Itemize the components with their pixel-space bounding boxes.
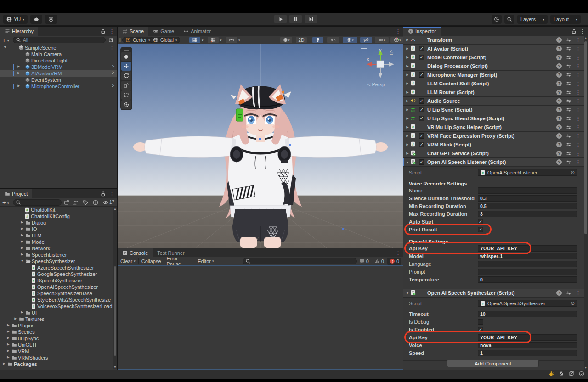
scale-tool-button[interactable]	[121, 81, 131, 90]
component-menu-icon[interactable]: ⋮	[576, 160, 581, 165]
hierarchy-item-microphonecontroller[interactable]: ▶MicrophoneController>	[0, 83, 117, 90]
enabled-checkbox[interactable]: ✓	[419, 46, 424, 51]
property-text-field[interactable]	[478, 187, 577, 194]
property-text-field[interactable]: 0.3	[478, 195, 577, 202]
component-menu-icon[interactable]: ⋮	[576, 291, 581, 296]
project-item-vrmshaders[interactable]: ▶VRMShaders	[0, 354, 117, 361]
foldout-arrow-icon[interactable]: ▶	[20, 220, 24, 224]
component-menu-icon[interactable]: ⋮	[576, 81, 581, 86]
prefab-open-chevron-icon[interactable]: >	[112, 83, 114, 88]
preset-icon[interactable]	[566, 151, 571, 156]
foldout-arrow-icon[interactable]: ▶	[6, 330, 11, 333]
property-text-field[interactable]: 0.5	[478, 203, 577, 209]
preset-icon[interactable]	[566, 142, 571, 147]
panel-menu-icon[interactable]: ⋮	[396, 29, 401, 34]
project-item-chatdollkitconfig[interactable]: #ChatdollKitConfig	[0, 213, 117, 219]
console-search-input[interactable]	[243, 258, 357, 264]
open-in-window-icon[interactable]	[108, 37, 114, 43]
lighting-toggle-button[interactable]	[312, 37, 323, 43]
foldout-arrow-icon[interactable]: ▼	[20, 259, 24, 262]
preset-icon[interactable]	[566, 37, 571, 43]
foldout-arrow-icon[interactable]: ▶	[405, 99, 410, 103]
draw-mode-dropdown[interactable]: ▾	[280, 37, 292, 43]
project-item-speechlistener[interactable]: ▶SpeechListener	[0, 252, 117, 258]
property-text-field[interactable]: whisper-1	[478, 253, 577, 259]
create-dropdown-icon[interactable]: ▾	[7, 202, 9, 205]
project-item-azurespeechsynthesizer[interactable]: #AzureSpeechSynthesizer	[0, 264, 117, 271]
foldout-arrow-icon[interactable]: ▶	[6, 336, 11, 340]
snap-dropdown-icon[interactable]: ▾	[220, 39, 222, 42]
foldout-arrow-icon[interactable]: ▶	[405, 73, 410, 77]
component-menu-icon[interactable]: ⋮	[576, 38, 581, 43]
foldout-arrow-icon[interactable]: ▼	[405, 161, 410, 164]
create-dropdown-icon[interactable]: ▾	[7, 39, 9, 42]
foldout-arrow-icon[interactable]: ▶	[6, 343, 11, 346]
project-item-packages[interactable]: ▶Packages	[0, 361, 117, 367]
component-menu-icon[interactable]: ⋮	[576, 142, 581, 147]
preset-icon[interactable]	[566, 72, 571, 78]
foldout-arrow-icon[interactable]: ▶	[17, 84, 21, 88]
help-icon[interactable]: ?	[556, 63, 562, 69]
effects-dropdown[interactable]: ▾	[343, 37, 357, 43]
property-text-field[interactable]: 0	[478, 276, 577, 283]
property-text-field[interactable]: YOUR_API_KEY	[478, 334, 577, 341]
foldout-arrow-icon[interactable]: ▶	[2, 362, 6, 365]
foldout-arrow-icon[interactable]: ▶	[20, 310, 24, 314]
property-text-field[interactable]	[478, 261, 577, 267]
help-icon[interactable]: ?	[556, 151, 562, 156]
foldout-arrow-icon[interactable]: ▶	[6, 349, 11, 353]
object-field[interactable]: #OpenAISpeechSynthesizer⊙	[478, 300, 577, 307]
property-text-field[interactable]: 10	[478, 311, 577, 317]
palette-handle[interactable]	[121, 48, 131, 51]
enabled-checkbox[interactable]: ✓	[419, 133, 424, 139]
project-item-scenes[interactable]: ▶Scenes	[0, 329, 117, 335]
lock-icon[interactable]	[100, 191, 106, 197]
project-item-model[interactable]: ▶Model	[0, 239, 117, 245]
asset-pipeline-icon[interactable]	[569, 371, 574, 376]
scroll-up-icon[interactable]: ▲	[113, 207, 117, 210]
component-header-vr-mu-lip-sync-helper-script[interactable]: ▶#VR Mu Lip Sync Helper (Script)?⋮	[403, 123, 584, 132]
property-text-field[interactable]: 1	[478, 350, 577, 356]
help-icon[interactable]: ?	[556, 37, 562, 43]
2d-toggle-button[interactable]: 2D	[296, 37, 307, 43]
project-item-unigltf[interactable]: ▶UniGLTF	[0, 342, 117, 348]
foldout-arrow-icon[interactable]: ▶	[405, 125, 410, 129]
object-picker-icon[interactable]: ⊙	[571, 301, 575, 306]
property-checkbox[interactable]: ✓	[478, 219, 483, 225]
project-item-googlespeechsynthesizer[interactable]: #GoogleSpeechSynthesizer	[0, 271, 117, 277]
tab-scene[interactable]: Scene	[118, 27, 148, 36]
property-checkbox[interactable]	[478, 319, 483, 325]
component-header-model-controller-script[interactable]: ▶#✓Model Controller (Script)?⋮	[403, 53, 584, 62]
enabled-checkbox[interactable]: ✓	[419, 142, 424, 147]
hierarchy-item-eventsystem[interactable]: EventSystem	[0, 77, 117, 83]
inspector-scrollbar[interactable]: ▲ ▼	[584, 36, 588, 370]
component-menu-icon[interactable]: ⋮	[576, 64, 581, 69]
editor-dropdown[interactable]: Editor▾	[195, 258, 216, 264]
tab-game[interactable]: Game	[148, 27, 179, 36]
project-item-io[interactable]: ▶IO	[0, 226, 117, 232]
enabled-checkbox[interactable]: ✓	[419, 107, 424, 112]
component-header-u-lip-sync-blend-shape-script[interactable]: ▶AUDIO✓U Lip Sync Blend Shape (Script)?⋮	[403, 114, 584, 123]
hierarchy-search-input[interactable]: All	[13, 37, 106, 43]
component-menu-icon[interactable]: ⋮	[576, 125, 581, 130]
layers-dropdown[interactable]: Layers▾	[517, 15, 548, 24]
scroll-down-icon[interactable]: ▼	[113, 365, 117, 369]
foldout-arrow-icon[interactable]: ▶	[405, 152, 410, 155]
help-icon[interactable]: ?	[556, 124, 562, 130]
grid-visibility-button[interactable]	[189, 37, 200, 43]
ok-status-icon[interactable]	[579, 371, 584, 376]
component-menu-icon[interactable]: ⋮	[576, 99, 581, 104]
console-log-list[interactable]	[118, 265, 403, 370]
component-header-audio-source[interactable]: ▶✓Audio Source?⋮	[403, 97, 584, 106]
component-header-chat-gpt-service-script[interactable]: ▶Chat GPT Service (Script)?⋮	[403, 149, 584, 158]
scene-menu-icon[interactable]: ⋮	[109, 45, 114, 51]
preset-icon[interactable]	[566, 116, 571, 121]
foldout-arrow-icon[interactable]: ▶	[20, 253, 24, 256]
foldout-arrow-icon[interactable]: ▶	[17, 71, 21, 75]
preset-icon[interactable]	[566, 55, 571, 60]
unimported-assets-icon[interactable]	[93, 200, 98, 205]
enabled-checkbox[interactable]: ✓	[419, 55, 424, 60]
scene-viewport[interactable]: y x < Persp	[118, 44, 403, 248]
create-button[interactable]: +	[2, 37, 6, 44]
help-icon[interactable]: ?	[556, 81, 562, 86]
